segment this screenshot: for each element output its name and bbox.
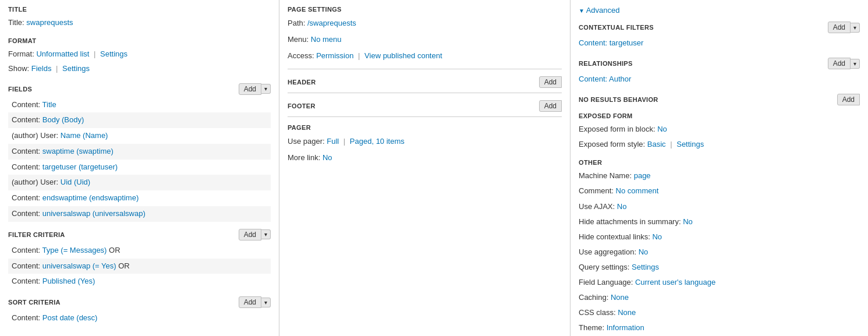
format-settings-link[interactable]: Settings (100, 49, 127, 58)
menu-value[interactable]: No menu (311, 35, 342, 44)
nr-add-wrap: Add (837, 94, 860, 105)
header-divider (288, 93, 562, 93)
field-targetuser-link[interactable]: targetuser (targetuser) (42, 162, 118, 171)
field-item: Content: swaptime (swaptime) (8, 144, 271, 160)
filter-published-link[interactable]: Published (Yes) (42, 277, 95, 285)
field-name-link[interactable]: Name (Name) (61, 131, 108, 140)
filter-item: Content: Published (Yes) (8, 274, 271, 289)
rel-add-arrow[interactable]: ▾ (851, 59, 860, 69)
theme-label: Theme: (579, 323, 604, 332)
field-endswaptime-link[interactable]: endswaptime (endswaptime) (42, 193, 139, 202)
fields-add-arrow[interactable]: ▾ (261, 84, 271, 94)
format-section-header: FORMAT (8, 37, 271, 44)
show-fields-link[interactable]: Fields (31, 64, 52, 73)
show-settings-link[interactable]: Settings (62, 64, 90, 73)
format-label: Format: (8, 49, 34, 58)
css-value[interactable]: None (618, 308, 636, 317)
hide-attachments-row: Hide attachments in summary: No (579, 214, 860, 229)
view-published-link[interactable]: View published content (364, 51, 442, 60)
format-row: Format: Unformatted list | Settings (8, 47, 271, 62)
header-section-row: HEADER Add (288, 76, 562, 88)
footer-add-wrap: Add (539, 100, 562, 112)
hide-attachments-value[interactable]: No (683, 217, 693, 226)
query-row: Query settings: Settings (579, 260, 860, 275)
field-universalswap-link[interactable]: universalswap (universalswap) (42, 209, 146, 218)
no-results-title: NO RESULTS BEHAVIOR (579, 96, 658, 103)
field-language-link[interactable]: Current user's language (635, 278, 715, 287)
ajax-value[interactable]: No (617, 202, 627, 211)
right-panel: Advanced CONTEXTUAL FILTERS Add ▾ Conten… (571, 0, 868, 336)
footer-add-button[interactable]: Add (539, 100, 562, 112)
format-pipe: | (94, 49, 95, 58)
cf-add-wrap: Add ▾ (828, 22, 860, 33)
fields-add-button[interactable]: Add (239, 83, 261, 95)
sort-section-header: SORT CRITERIA (8, 299, 61, 306)
ef-block-value[interactable]: No (657, 125, 667, 133)
cf-targetuser-link[interactable]: Content: targetuser (579, 38, 643, 47)
rel-item: Content: Author (579, 72, 860, 87)
pager-full-link[interactable]: Full (327, 137, 339, 146)
field-title-link[interactable]: Title (42, 100, 56, 109)
sort-list: Content: Post date (desc) (8, 310, 271, 326)
relationships-title: RELATIONSHIPS (579, 60, 633, 67)
filter-add-button[interactable]: Add (239, 229, 261, 240)
ef-style-link[interactable]: Basic (647, 140, 666, 148)
pager-pipe: | (343, 137, 345, 146)
nr-add-button[interactable]: Add (837, 94, 860, 105)
show-label: Show: (8, 64, 29, 73)
comment-value[interactable]: No comment (616, 186, 659, 195)
query-settings-link[interactable]: Settings (632, 263, 659, 271)
rel-author-link[interactable]: Content: Author (579, 75, 631, 83)
css-label: CSS class: (579, 308, 616, 317)
ajax-row: Use AJAX: No (579, 199, 860, 214)
machine-name-value[interactable]: page (634, 171, 651, 180)
filter-type-link[interactable]: Type (= Messages) (42, 246, 107, 254)
ef-pipe: | (670, 140, 672, 148)
comment-row: Comment: No comment (579, 183, 860, 199)
field-body-link[interactable]: Body (Body) (42, 115, 84, 124)
theme-link[interactable]: Information (607, 323, 644, 332)
format-link[interactable]: Unformatted list (36, 49, 89, 58)
access-permission-link[interactable]: Permission (316, 51, 353, 60)
pager-paged-link[interactable]: Paged, 10 items (350, 137, 405, 146)
advanced-header[interactable]: Advanced (579, 6, 860, 15)
use-pager-label: Use pager: (288, 137, 325, 146)
cf-add-arrow[interactable]: ▾ (851, 23, 860, 33)
ajax-label: Use AJAX: (579, 202, 615, 211)
filter-add-arrow[interactable]: ▾ (261, 229, 271, 239)
title-value-link[interactable]: swaprequests (26, 18, 73, 27)
title-section-header: TITLE (8, 6, 271, 13)
field-uid-link[interactable]: Uid (Uid) (61, 178, 90, 186)
filter-item: Content: Type (= Messages) OR (8, 243, 271, 259)
path-value[interactable]: /swaprequests (307, 19, 356, 27)
other-title: OTHER (579, 159, 860, 166)
access-label: Access: (288, 51, 314, 60)
field-item: Content: Body (Body) (8, 112, 271, 128)
more-link-value[interactable]: No (323, 153, 332, 162)
ef-style-settings-link[interactable]: Settings (676, 140, 704, 148)
caching-row: Caching: None (579, 290, 860, 305)
filter-section-header: FILTER CRITERIA (8, 231, 65, 238)
more-link-row: More link: No (288, 150, 562, 166)
cf-item: Content: targetuser (579, 36, 860, 51)
show-pipe: | (56, 64, 58, 73)
field-item: (author) User: Uid (Uid) (8, 175, 271, 190)
filter-header-row: FILTER CRITERIA Add ▾ (8, 229, 271, 240)
use-pager-row: Use pager: Full | Paged, 10 items (288, 133, 562, 150)
field-swaptime-link[interactable]: swaptime (swaptime) (42, 147, 114, 155)
fields-header-row: FIELDS Add ▾ (8, 83, 271, 95)
footer-divider (288, 116, 562, 117)
theme-row: Theme: Information (579, 320, 860, 335)
sort-add-arrow[interactable]: ▾ (261, 298, 271, 307)
sort-postdate-link[interactable]: Post date (desc) (42, 313, 98, 322)
sort-add-button[interactable]: Add (239, 296, 261, 308)
rel-add-button[interactable]: Add (828, 58, 851, 69)
hide-contextual-value[interactable]: No (652, 232, 662, 241)
hide-attachments-label: Hide attachments in summary: (579, 217, 681, 226)
aggregation-value[interactable]: No (639, 247, 649, 256)
header-add-button[interactable]: Add (539, 76, 562, 88)
filter-universalswap-link[interactable]: universalswap (= Yes) (42, 261, 116, 270)
cf-add-button[interactable]: Add (828, 22, 851, 33)
title-label: Title: (8, 18, 24, 27)
caching-value[interactable]: None (611, 293, 629, 302)
